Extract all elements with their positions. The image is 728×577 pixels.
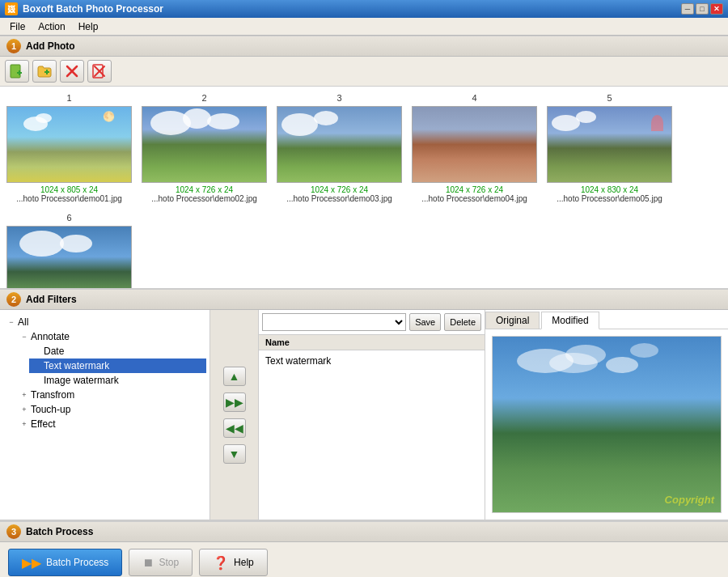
- tree-expander: −: [18, 330, 31, 343]
- tree-label: Date: [44, 346, 64, 357]
- photo-num: 2: [201, 93, 206, 103]
- add-filters-header: 2 Add Filters: [0, 289, 728, 310]
- photo-item[interactable]: 3 1024 x 726 x 24 ...hoto Processor\demo…: [277, 93, 402, 203]
- tree-item-text-watermark[interactable]: Text watermark: [29, 359, 206, 373]
- photo-info: 1024 x 830 x 24: [581, 185, 638, 194]
- tree-label: All: [18, 316, 28, 328]
- batch-process-button[interactable]: ▶▶ Batch Process: [8, 549, 122, 576]
- photo-num: 5: [607, 93, 612, 103]
- tree-expander: +: [18, 388, 31, 401]
- maximize-button[interactable]: □: [696, 3, 709, 15]
- add-photo-label: Add Photo: [26, 40, 75, 52]
- section-num-2: 2: [6, 292, 21, 307]
- tree-root: − All − Annotate Date Text watermark: [3, 313, 206, 433]
- tree-label: Text watermark: [44, 360, 109, 371]
- photo-thumb: [412, 106, 537, 183]
- tree-expander: +: [18, 403, 31, 416]
- filter-preset-select[interactable]: [262, 313, 406, 331]
- tree-label: Effect: [31, 418, 55, 430]
- batch-buttons: ▶▶ Batch Process ⏹ Stop ❓ Help: [0, 542, 728, 577]
- menu-bar: File Action Help: [0, 18, 728, 36]
- add-folder-button[interactable]: [32, 60, 57, 83]
- photo-item[interactable]: 4 1024 x 726 x 24 ...hoto Processor\demo…: [412, 93, 537, 203]
- filter-section: − All − Annotate Date Text watermark: [0, 310, 728, 520]
- move-down-button[interactable]: ▼: [223, 444, 246, 464]
- tree-item-transform[interactable]: + Transfrom: [16, 388, 206, 402]
- minimize-button[interactable]: ─: [681, 3, 694, 15]
- batch-process-label: Batch Process: [26, 526, 93, 537]
- close-button[interactable]: ✕: [710, 3, 723, 15]
- menu-help[interactable]: Help: [72, 19, 105, 34]
- app-title: Boxoft Batch Photo Processor: [23, 3, 163, 15]
- remove-button[interactable]: [60, 60, 84, 83]
- photo-item[interactable]: 6: [6, 213, 132, 289]
- photo-num: 1: [66, 93, 71, 103]
- tree-item-annotate[interactable]: − Annotate: [16, 329, 206, 344]
- add-filter-button[interactable]: ▶▶: [223, 392, 246, 412]
- tab-original[interactable]: Original: [485, 312, 540, 329]
- batch-section: 3 Batch Process ▶▶ Batch Process ⏹ Stop …: [0, 520, 728, 577]
- menu-file[interactable]: File: [3, 19, 32, 34]
- clear-button[interactable]: [87, 60, 112, 83]
- tree-item-image-watermark[interactable]: Image watermark: [29, 373, 206, 388]
- photo-thumb: [6, 226, 132, 289]
- photo-num: 4: [472, 93, 476, 103]
- section-num-1: 1: [6, 39, 21, 53]
- tree-label: Image watermark: [44, 375, 119, 386]
- move-up-button[interactable]: ▲: [223, 367, 246, 386]
- tree-label: Touch-up: [31, 404, 70, 415]
- photo-num: 6: [66, 213, 71, 223]
- tree-item-effect[interactable]: + Effect: [16, 417, 206, 431]
- tree-expander: +: [18, 418, 31, 431]
- photo-path: ...hoto Processor\demo02.jpg: [142, 194, 267, 203]
- save-filter-button[interactable]: Save: [409, 313, 441, 331]
- photo-thumb: [142, 106, 267, 183]
- help-button[interactable]: ❓ Help: [199, 549, 268, 576]
- tree-label: Annotate: [31, 331, 70, 342]
- title-bar-controls[interactable]: ─ □ ✕: [681, 3, 723, 15]
- filter-list-body: Text watermark: [259, 350, 485, 520]
- filter-list-header: Name: [259, 335, 485, 350]
- tree-item-touchup[interactable]: + Touch-up: [16, 402, 206, 417]
- photo-item[interactable]: 1 1024 x 805 x 24 ...hoto Processor\demo…: [6, 93, 132, 203]
- toolbar: [0, 57, 728, 87]
- photo-info: 1024 x 726 x 24: [311, 185, 368, 194]
- delete-filter-button[interactable]: Delete: [444, 313, 481, 331]
- photo-num: 3: [336, 93, 341, 103]
- tree-item-date[interactable]: Date: [29, 344, 206, 359]
- photo-path: ...hoto Processor\demo03.jpg: [277, 194, 402, 203]
- preview-copyright: Copyright: [665, 494, 714, 506]
- photo-info: 1024 x 805 x 24: [40, 185, 98, 194]
- stop-label: Stop: [159, 557, 179, 568]
- filter-list-item[interactable]: Text watermark: [262, 354, 481, 368]
- photo-thumb: [547, 106, 672, 183]
- preview-image: Copyright: [492, 336, 722, 513]
- menu-action[interactable]: Action: [32, 19, 71, 34]
- tree-children: − Annotate Date Text watermark Image wat…: [16, 329, 206, 431]
- add-file-button[interactable]: [5, 60, 29, 83]
- tree-expander: [31, 345, 44, 358]
- photo-item[interactable]: 5 1024 x 830 x 24 ...hoto Processor\demo…: [547, 93, 672, 203]
- remove-filter-button[interactable]: ◀◀: [223, 418, 246, 438]
- tree-children-annotate: Date Text watermark Image watermark: [29, 344, 206, 388]
- stop-button[interactable]: ⏹ Stop: [129, 549, 193, 576]
- stop-icon: ⏹: [142, 556, 154, 569]
- photo-area: 1 1024 x 805 x 24 ...hoto Processor\demo…: [0, 87, 728, 289]
- title-bar: 🖼 Boxoft Batch Photo Processor ─ □ ✕: [0, 0, 728, 18]
- add-photo-header: 1 Add Photo: [0, 36, 728, 57]
- photo-item[interactable]: 2 1024 x 726 x 24 ...hoto Processor\demo…: [142, 93, 267, 203]
- tab-modified[interactable]: Modified: [541, 312, 599, 329]
- app-icon: 🖼: [5, 2, 18, 15]
- photo-path: ...hoto Processor\demo01.jpg: [6, 194, 132, 203]
- photo-info: 1024 x 726 x 24: [176, 185, 233, 194]
- help-icon: ❓: [213, 555, 229, 571]
- section-num-3: 3: [6, 524, 21, 539]
- filter-list-toolbar: Save Delete: [259, 310, 485, 335]
- tree-item-all[interactable]: − All: [3, 315, 206, 329]
- add-filters-label: Add Filters: [26, 294, 77, 305]
- preview-tabs: Original Modified: [485, 310, 728, 329]
- photo-info: 1024 x 726 x 24: [446, 185, 503, 194]
- batch-process-header: 3 Batch Process: [0, 521, 728, 542]
- photo-path: ...hoto Processor\demo05.jpg: [547, 194, 672, 203]
- preview-img-bg: Copyright: [493, 337, 721, 512]
